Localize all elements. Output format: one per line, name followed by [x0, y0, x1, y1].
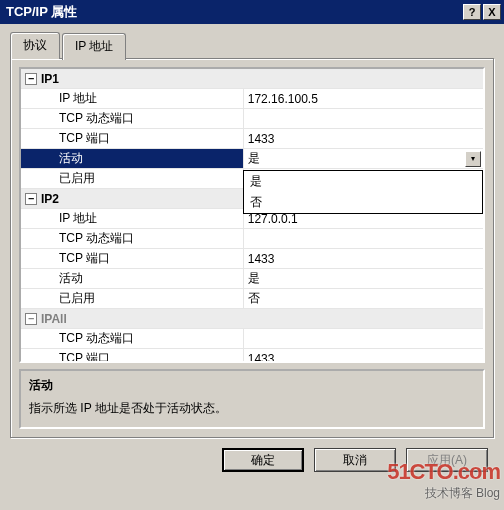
- window-title: TCP/IP 属性: [3, 3, 461, 21]
- row-ip2-active[interactable]: 活动 是: [21, 269, 483, 289]
- tab-ip-address[interactable]: IP 地址: [62, 33, 126, 60]
- row-ip1-tcp-dynamic[interactable]: TCP 动态端口: [21, 109, 483, 129]
- apply-button[interactable]: 应用(A): [406, 448, 488, 472]
- label-tcp-dynamic: TCP 动态端口: [59, 230, 134, 247]
- row-ip1-ip-address[interactable]: IP 地址 172.16.100.5: [21, 89, 483, 109]
- label-ip-address: IP 地址: [59, 210, 97, 227]
- label-enabled: 已启用: [59, 170, 95, 187]
- ok-button[interactable]: 确定: [222, 448, 304, 472]
- value-ip1-tcp-port[interactable]: 1433: [248, 132, 275, 146]
- cancel-button[interactable]: 取消: [314, 448, 396, 472]
- label-tcp-dynamic: TCP 动态端口: [59, 330, 134, 347]
- row-ip1-tcp-port[interactable]: TCP 端口 1433: [21, 129, 483, 149]
- dialog-body: 协议 IP 地址 − IP1 IP 地址 172.16.100.5 TCP 动态…: [0, 24, 504, 484]
- help-icon[interactable]: ?: [463, 4, 481, 20]
- label-tcp-port: TCP 端口: [59, 130, 110, 147]
- tab-protocol[interactable]: 协议: [10, 32, 60, 59]
- value-ipall-tcp-port[interactable]: 1433: [248, 352, 275, 364]
- value-ip2-active[interactable]: 是: [248, 270, 260, 287]
- row-ip2-tcp-port[interactable]: TCP 端口 1433: [21, 249, 483, 269]
- dropdown-button-icon[interactable]: ▾: [465, 151, 481, 167]
- description-body: 指示所选 IP 地址是否处于活动状态。: [29, 400, 475, 417]
- group-ip1-label: IP1: [41, 72, 59, 86]
- tab-strip: 协议 IP 地址: [10, 32, 494, 59]
- value-ip2-tcp-port[interactable]: 1433: [248, 252, 275, 266]
- group-header-ipall[interactable]: − IPAll: [21, 309, 483, 329]
- row-ipall-tcp-port[interactable]: TCP 端口 1433: [21, 349, 483, 363]
- title-bar: TCP/IP 属性 ? X: [0, 0, 504, 24]
- label-tcp-dynamic: TCP 动态端口: [59, 110, 134, 127]
- collapse-icon[interactable]: −: [25, 73, 37, 85]
- value-ip2-enabled[interactable]: 否: [248, 290, 260, 307]
- label-enabled: 已启用: [59, 290, 95, 307]
- label-ip-address: IP 地址: [59, 90, 97, 107]
- collapse-icon[interactable]: −: [25, 313, 37, 325]
- group-ip2-label: IP2: [41, 192, 59, 206]
- value-ip1-active[interactable]: 是: [248, 150, 260, 167]
- row-ip2-tcp-dynamic[interactable]: TCP 动态端口: [21, 229, 483, 249]
- group-ipall-label: IPAll: [41, 312, 67, 326]
- watermark-small: 技术博客 Blog: [387, 485, 500, 502]
- collapse-icon[interactable]: −: [25, 193, 37, 205]
- tab-pane: − IP1 IP 地址 172.16.100.5 TCP 动态端口 TCP 端口…: [10, 58, 494, 438]
- button-bar: 确定 取消 应用(A): [10, 438, 494, 474]
- row-ipall-tcp-dynamic[interactable]: TCP 动态端口: [21, 329, 483, 349]
- active-dropdown[interactable]: 是 否: [243, 170, 483, 214]
- property-grid: − IP1 IP 地址 172.16.100.5 TCP 动态端口 TCP 端口…: [19, 67, 485, 363]
- label-tcp-port: TCP 端口: [59, 250, 110, 267]
- value-ip1-ip-address[interactable]: 172.16.100.5: [248, 92, 318, 106]
- row-ip2-enabled[interactable]: 已启用 否: [21, 289, 483, 309]
- row-ip1-active[interactable]: 活动 是 ▾: [21, 149, 483, 169]
- description-panel: 活动 指示所选 IP 地址是否处于活动状态。: [19, 369, 485, 429]
- description-title: 活动: [29, 377, 475, 394]
- group-header-ip1[interactable]: − IP1: [21, 69, 483, 89]
- label-tcp-port: TCP 端口: [59, 350, 110, 363]
- dropdown-option-no[interactable]: 否: [244, 192, 482, 213]
- dropdown-option-yes[interactable]: 是: [244, 171, 482, 192]
- label-active: 活动: [59, 150, 83, 167]
- close-icon[interactable]: X: [483, 4, 501, 20]
- label-active: 活动: [59, 270, 83, 287]
